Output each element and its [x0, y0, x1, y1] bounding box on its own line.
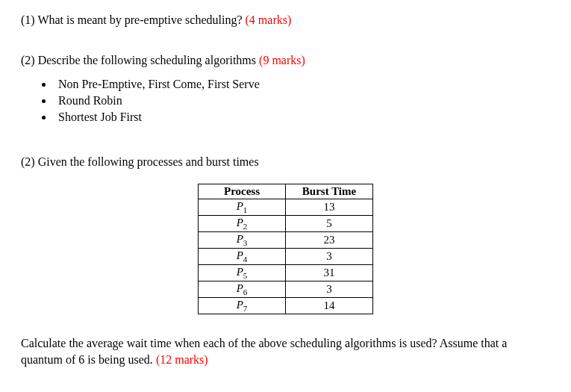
cell-process: P1 [199, 199, 286, 216]
table-row: P5 31 [199, 265, 373, 281]
list-item-text: Round Robin [58, 94, 122, 107]
question-3: (2) Given the following processes and bu… [21, 155, 550, 169]
list-item: Non Pre-Emptive, First Come, First Serve [54, 76, 550, 93]
q3-prefix: (2) [21, 155, 38, 168]
cell-burst: 5 [286, 216, 373, 232]
cell-burst: 3 [286, 249, 373, 265]
cell-process: P3 [199, 232, 286, 249]
cell-burst: 23 [286, 232, 373, 249]
q2-prefix: (2) [21, 54, 38, 66]
q2-marks: (9 marks) [259, 54, 305, 66]
process-letter: P [237, 299, 243, 311]
question-2: (2) Describe the following scheduling al… [21, 54, 550, 67]
cell-process: P2 [199, 216, 286, 232]
table-row: P7 14 [199, 298, 373, 314]
process-index: 3 [243, 238, 248, 247]
table-header-row: Process Burst Time [199, 184, 373, 199]
q3-text: Given the following processes and burst … [38, 155, 259, 168]
q2-text: Describe the following scheduling algori… [38, 54, 259, 66]
cell-process: P5 [199, 265, 286, 281]
cell-process: P7 [199, 298, 286, 314]
process-burst-table: Process Burst Time P1 13 P2 5 P3 23 P4 3… [198, 184, 373, 314]
process-letter: P [237, 266, 243, 278]
header-burst-time: Burst Time [286, 184, 373, 199]
list-item: Shortest Job First [54, 109, 550, 125]
process-index: 6 [243, 287, 248, 296]
process-letter: P [237, 200, 243, 212]
final-marks: (12 marks) [156, 353, 208, 366]
process-index: 7 [243, 304, 248, 313]
cell-process: P6 [199, 281, 286, 298]
table-row: P4 3 [199, 249, 373, 265]
process-letter: P [237, 249, 243, 261]
header-process: Process [199, 184, 286, 199]
process-letter: P [237, 233, 243, 245]
table-row: P2 5 [199, 216, 373, 232]
algorithm-list: Non Pre-Emptive, First Come, First Serve… [21, 76, 550, 125]
process-letter: P [237, 282, 243, 294]
process-index: 4 [243, 255, 248, 264]
process-index: 2 [243, 222, 248, 231]
process-index: 1 [243, 205, 248, 214]
q1-prefix: (1) [21, 13, 37, 26]
list-item: Round Robin [54, 93, 550, 109]
list-item-text: Shortest Job First [58, 111, 142, 123]
cell-burst: 13 [286, 199, 373, 216]
q1-marks: (4 marks) [246, 13, 292, 26]
final-instruction: Calculate the average wait time when eac… [21, 335, 550, 369]
cell-burst: 14 [286, 298, 373, 314]
process-letter: P [237, 217, 243, 228]
question-1: (1) What is meant by pre-emptive schedul… [21, 13, 550, 27]
process-index: 5 [243, 271, 248, 280]
table-row: P3 23 [199, 232, 373, 249]
list-item-text: Non Pre-Emptive, First Come, First Serve [58, 78, 260, 90]
q1-text: What is meant by pre-emptive scheduling? [37, 13, 245, 26]
cell-burst: 3 [286, 281, 373, 298]
cell-burst: 31 [286, 265, 373, 281]
table-row: P6 3 [199, 281, 373, 298]
cell-process: P4 [199, 249, 286, 265]
final-text: Calculate the average wait time when eac… [21, 337, 507, 366]
table-row: P1 13 [199, 199, 373, 216]
